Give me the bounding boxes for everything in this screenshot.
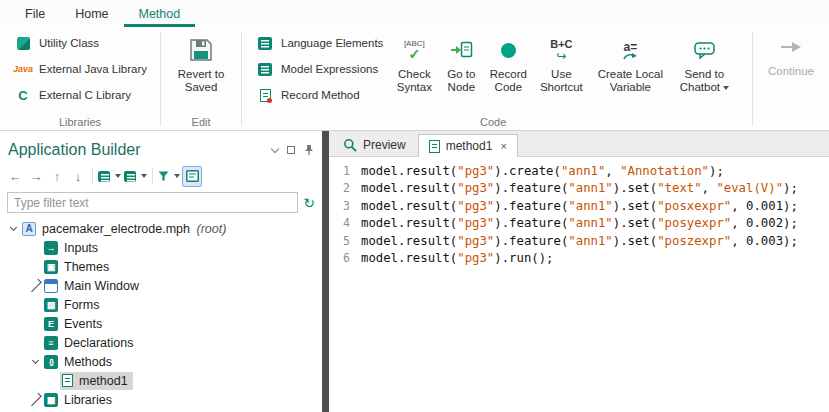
tree-row-forms[interactable]: ▤ Forms — [0, 295, 322, 314]
events-icon: E — [44, 317, 58, 331]
code-text[interactable]: model.result("pg3").run(); — [361, 251, 554, 265]
main-window-icon — [44, 279, 58, 293]
themes-icon: ▣ — [44, 260, 58, 274]
tree-item-label: Main Window — [64, 279, 139, 293]
panel-splitter[interactable] — [322, 131, 329, 412]
down-arrow-icon: ↓ — [75, 170, 82, 183]
language-elements-icon — [258, 37, 272, 50]
group-label-edit: Edit — [163, 116, 239, 128]
filter-menu-button[interactable] — [157, 166, 181, 187]
tree-row-main-window[interactable]: Main Window — [0, 276, 322, 295]
tree-row-events[interactable]: E Events — [0, 314, 322, 333]
utility-class-icon — [17, 37, 30, 50]
tab-home[interactable]: Home — [60, 0, 123, 27]
code-line[interactable]: 2 model.result("pg3").feature("ann1").se… — [329, 180, 829, 198]
code-text[interactable]: model.result("pg3").feature("ann1").set(… — [361, 181, 798, 195]
continue-label: Continue — [768, 65, 814, 78]
go-to-node-button[interactable]: Go to Node — [438, 30, 484, 114]
line-number: 4 — [329, 216, 361, 230]
tree-item-label: Forms — [64, 298, 99, 312]
check-syntax-button[interactable]: [ABC] ✓ Check Syntax — [390, 30, 438, 114]
chevron-down-icon[interactable] — [9, 224, 16, 231]
chevron-down-icon[interactable] — [31, 357, 38, 364]
code-text[interactable]: model.result("pg3").feature("ann1").set(… — [361, 234, 798, 248]
record-method-button[interactable]: Record Method — [248, 82, 390, 108]
tab-method[interactable]: Method — [124, 0, 196, 27]
code-text[interactable]: model.result("pg3").feature("ann1").set(… — [361, 216, 798, 230]
libraries-icon: ▦ — [44, 393, 58, 407]
code-editor[interactable]: 1 model.result("pg3").create("ann1", "An… — [329, 157, 829, 412]
language-elements-button[interactable]: Language Elements — [248, 30, 390, 56]
continue-button[interactable]: Continue — [755, 27, 827, 130]
close-tab-icon[interactable]: × — [500, 140, 506, 152]
chevron-right-icon[interactable] — [28, 393, 41, 406]
record-method-icon — [260, 89, 271, 102]
move-down-button[interactable]: ↓ — [68, 166, 88, 187]
filter-input[interactable] — [7, 192, 298, 213]
tree-item-label: pacemaker_electrode.mph — [42, 222, 190, 236]
use-shortcut-button[interactable]: B+C ↪ Use Shortcut — [532, 30, 590, 114]
java-icon: Java — [13, 64, 33, 74]
ribbon-tab-bar: File Home Method — [0, 0, 829, 27]
grouping-icon — [98, 171, 110, 182]
application-builder-panel: Application Builder ← → ↑ ↓ — [0, 131, 322, 412]
code-text[interactable]: model.result("pg3").feature("ann1").set(… — [361, 199, 798, 213]
create-local-variable-button[interactable]: a= Create Local Variable — [590, 30, 670, 114]
panel-pin-icon[interactable] — [304, 144, 314, 156]
panel-title: Application Builder — [8, 141, 272, 159]
tree-row-declarations[interactable]: ≡ Declarations — [0, 333, 322, 352]
tree-row-methods[interactable]: {} Methods — [0, 352, 322, 371]
nav-forward-button[interactable]: → — [26, 166, 46, 187]
tab-file[interactable]: File — [10, 0, 60, 27]
shortcut-arrow-icon: ↪ — [556, 50, 566, 62]
tab-method1-label: method1 — [446, 139, 493, 153]
line-number: 1 — [329, 164, 361, 178]
code-line[interactable]: 4 model.result("pg3").feature("ann1").se… — [329, 215, 829, 233]
code-text[interactable]: model.result("pg3").create("ann1", "Anno… — [361, 164, 724, 178]
use-shortcut-label: Use Shortcut — [533, 68, 589, 94]
forms-icon: ▤ — [44, 298, 58, 312]
filter-row: ↻ — [7, 192, 315, 213]
tree-row-libraries[interactable]: ▦ Libraries — [0, 390, 322, 409]
ribbon: Utility Class Java External Java Library… — [0, 27, 829, 131]
revert-to-saved-button[interactable]: Revert to Saved — [169, 30, 233, 108]
move-up-button[interactable]: ↑ — [47, 166, 67, 187]
model-expressions-button[interactable]: Model Expressions — [248, 56, 390, 82]
tree-item-suffix: (root) — [193, 222, 226, 236]
send-to-chatbot-button[interactable]: Send to Chatbot — [670, 30, 738, 114]
tree-row-root[interactable]: A pacemaker_electrode.mph (root) — [0, 219, 322, 238]
code-line[interactable]: 5 model.result("pg3").feature("ann1").se… — [329, 232, 829, 250]
group-label-code: Code — [244, 116, 742, 128]
grouping-menu-button[interactable] — [97, 166, 122, 187]
tree-row-inputs[interactable]: → Inputs — [0, 238, 322, 257]
ribbon-separator — [752, 32, 753, 126]
code-line[interactable]: 3 model.result("pg3").feature("ann1").se… — [329, 197, 829, 215]
tab-method1[interactable]: method1 × — [418, 134, 518, 157]
panel-menu-chevron-icon[interactable] — [271, 144, 279, 152]
chevron-right-icon[interactable] — [28, 279, 41, 292]
ribbon-group-code: Language Elements Model Expressions Reco… — [244, 27, 742, 130]
panel-float-icon[interactable] — [287, 146, 295, 154]
code-line[interactable]: 1 model.result("pg3").create("ann1", "An… — [329, 162, 829, 180]
external-java-library-button[interactable]: Java External Java Library — [6, 56, 154, 82]
code-line[interactable]: 6 model.result("pg3").run(); — [329, 250, 829, 268]
tree-row-themes[interactable]: ▣ Themes — [0, 257, 322, 276]
tree-item-label: Declarations — [64, 336, 133, 350]
ribbon-group-libraries: Utility Class Java External Java Library… — [2, 27, 158, 130]
utility-class-button[interactable]: Utility Class — [6, 30, 154, 56]
editor-view-icon — [186, 170, 199, 182]
nav-back-button[interactable]: ← — [5, 166, 25, 187]
external-c-library-button[interactable]: C External C Library — [6, 82, 154, 108]
editor-toggle-button[interactable] — [182, 166, 202, 187]
b-plus-c-icon: B+C — [550, 39, 572, 50]
methods-icon: {} — [44, 355, 58, 369]
tab-preview[interactable]: Preview — [332, 133, 417, 156]
back-arrow-icon: ← — [9, 170, 22, 183]
tree-row-method1[interactable]: method1 — [0, 371, 322, 390]
record-code-button[interactable]: Record Code — [484, 30, 532, 114]
application-tree: A pacemaker_electrode.mph (root) → Input… — [0, 217, 322, 412]
refresh-icon[interactable]: ↻ — [303, 196, 315, 210]
sort-menu-button[interactable] — [123, 166, 148, 187]
funnel-icon — [158, 171, 169, 181]
editor-tab-bar: Preview method1 × — [329, 131, 829, 157]
